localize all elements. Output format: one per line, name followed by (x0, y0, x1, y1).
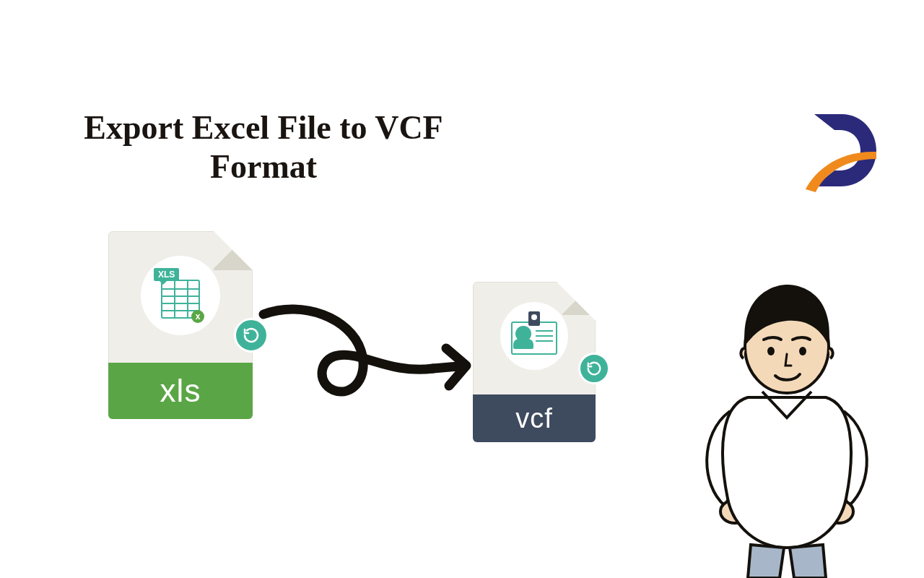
svg-point-3 (767, 347, 775, 355)
folded-corner-icon (214, 231, 253, 270)
xls-label: xls (108, 363, 253, 419)
xls-inner-icon: XLS x (141, 256, 220, 335)
vcf-inner-icon (500, 302, 568, 370)
xls-file-card: XLS x xls (108, 231, 253, 419)
d-logo-icon (801, 108, 881, 195)
illustration-stage: Export Excel File to VCF Format XLS x xl… (0, 0, 924, 578)
vcf-label: vcf (473, 394, 596, 442)
svg-point-4 (799, 347, 806, 355)
refresh-icon (578, 353, 610, 384)
xls-tag: XLS (154, 268, 179, 281)
cartoon-person-icon (679, 267, 895, 578)
x-mark: x (191, 310, 204, 323)
page-title: Export Excel File to VCF Format (40, 108, 487, 187)
folded-corner-icon (562, 282, 596, 315)
spreadsheet-glyph: XLS x (155, 267, 206, 324)
curly-arrow-icon (253, 296, 476, 419)
vcf-file-card: vcf (473, 282, 596, 442)
contact-card-glyph (508, 310, 560, 362)
